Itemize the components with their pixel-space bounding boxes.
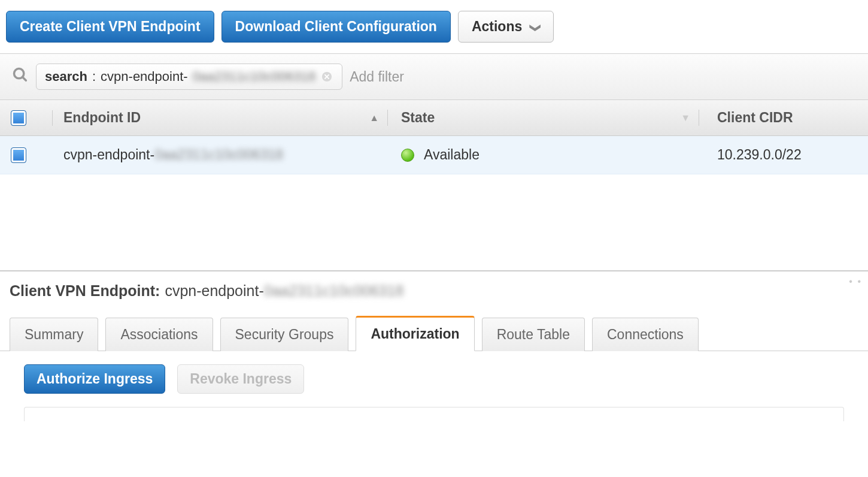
authorization-rules-box bbox=[24, 407, 844, 421]
create-endpoint-button[interactable]: Create Client VPN Endpoint bbox=[6, 11, 214, 43]
table-header-row: Endpoint ID ▲ State ▼ Client CIDR bbox=[0, 100, 868, 136]
filter-colon: : bbox=[92, 69, 96, 84]
tab-security-groups[interactable]: Security Groups bbox=[220, 318, 349, 351]
filter-value-obscured: 0aa2311c10c006318 bbox=[193, 69, 316, 84]
column-label-cidr: Client CIDR bbox=[717, 110, 793, 126]
row-checkbox[interactable] bbox=[11, 147, 26, 163]
search-filter-chip[interactable]: search : cvpn-endpoint-0aa2311c10c006318 bbox=[36, 64, 342, 90]
sort-asc-icon: ▲ bbox=[369, 113, 379, 123]
endpoint-id-obscured: 0aa2311c10c006318 bbox=[154, 147, 283, 163]
column-client-cidr[interactable]: Client CIDR bbox=[699, 110, 857, 126]
column-label-state: State bbox=[401, 110, 435, 126]
tab-associations[interactable]: Associations bbox=[105, 318, 213, 351]
table-row[interactable]: cvpn-endpoint-0aa2311c10c006318 Availabl… bbox=[0, 136, 868, 174]
detail-value-prefix: cvpn-endpoint- bbox=[165, 282, 263, 299]
actions-label: Actions bbox=[472, 19, 522, 34]
authorization-panel: Authorize Ingress Revoke Ingress bbox=[0, 351, 868, 407]
row-cidr-cell: 10.239.0.0/22 bbox=[699, 147, 857, 163]
tab-summary[interactable]: Summary bbox=[10, 318, 98, 351]
primary-toolbar: Create Client VPN Endpoint Download Clie… bbox=[0, 0, 868, 53]
column-state[interactable]: State ▼ bbox=[388, 110, 699, 126]
tab-connections[interactable]: Connections bbox=[592, 318, 699, 351]
row-endpoint-cell: cvpn-endpoint-0aa2311c10c006318 bbox=[53, 147, 388, 163]
filter-key: search bbox=[45, 69, 87, 84]
sort-none-icon: ▼ bbox=[681, 113, 690, 123]
close-icon[interactable] bbox=[320, 70, 333, 83]
column-endpoint-id[interactable]: Endpoint ID ▲ bbox=[53, 110, 388, 126]
search-icon bbox=[12, 67, 29, 87]
chevron-down-icon: ❯ bbox=[529, 23, 542, 32]
panel-resize-handle-icon[interactable]: • • bbox=[849, 276, 862, 287]
select-all-checkbox[interactable] bbox=[11, 110, 26, 126]
detail-header: Client VPN Endpoint: cvpn-endpoint-0aa23… bbox=[0, 271, 868, 306]
row-state-cell: Available bbox=[388, 147, 699, 163]
select-all-column bbox=[11, 110, 53, 126]
svg-line-1 bbox=[23, 77, 26, 80]
cidr-text: 10.239.0.0/22 bbox=[717, 147, 802, 163]
column-label-endpoint: Endpoint ID bbox=[63, 110, 141, 126]
actions-dropdown[interactable]: Actions ❯ bbox=[458, 11, 554, 43]
endpoint-id-prefix: cvpn-endpoint- bbox=[63, 147, 154, 163]
status-available-icon bbox=[401, 149, 414, 162]
detail-value-obscured: 0aa2311c10c006318 bbox=[264, 282, 404, 299]
download-config-button[interactable]: Download Client Configuration bbox=[221, 11, 451, 43]
row-select-cell bbox=[11, 147, 53, 163]
authorize-ingress-button[interactable]: Authorize Ingress bbox=[24, 364, 165, 394]
add-filter-button[interactable]: Add filter bbox=[350, 69, 404, 85]
tab-route-table[interactable]: Route Table bbox=[482, 318, 585, 351]
detail-tabs: Summary Associations Security Groups Aut… bbox=[0, 306, 868, 351]
filter-bar: search : cvpn-endpoint-0aa2311c10c006318… bbox=[0, 53, 868, 100]
revoke-ingress-button: Revoke Ingress bbox=[177, 364, 304, 394]
detail-label: Client VPN Endpoint: bbox=[10, 282, 160, 300]
filter-value-prefix: cvpn-endpoint- bbox=[101, 69, 188, 84]
tab-authorization[interactable]: Authorization bbox=[356, 316, 474, 351]
state-text: Available bbox=[424, 147, 479, 163]
